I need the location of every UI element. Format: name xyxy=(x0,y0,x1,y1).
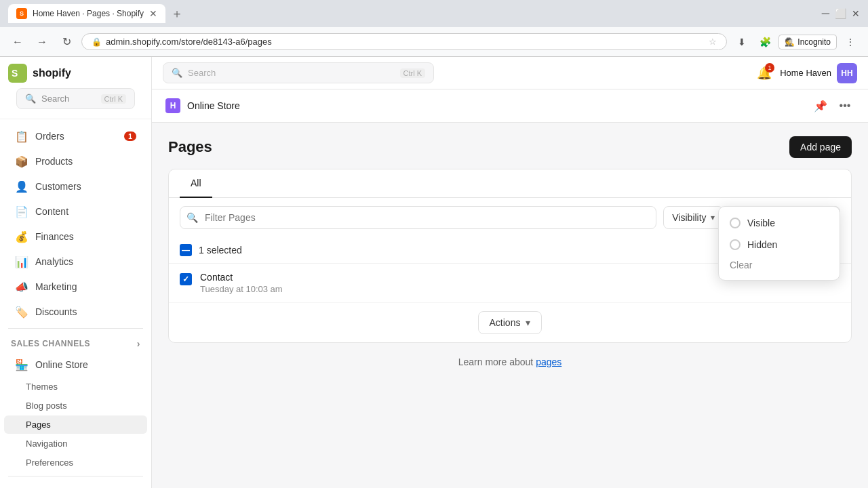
new-tab-button[interactable]: ＋ xyxy=(171,5,183,22)
lock-icon: 🔒 xyxy=(92,37,102,47)
add-page-button[interactable]: Add page xyxy=(789,136,852,158)
sidebar-sub-preferences[interactable]: Preferences xyxy=(4,453,147,472)
incognito-label: Incognito xyxy=(797,37,831,47)
filter-input-wrap: 🔍 xyxy=(180,206,656,229)
sidebar-item-products[interactable]: 📦 Products xyxy=(4,149,147,174)
content-label: Content xyxy=(35,206,68,217)
sidebar-search[interactable]: 🔍 Search Ctrl K xyxy=(16,88,135,109)
row-checkbox[interactable]: ✓ xyxy=(180,273,192,285)
sidebar-sub-blog-posts[interactable]: Blog posts xyxy=(4,396,147,415)
radio-hidden[interactable] xyxy=(730,239,741,250)
sidebar-item-point-of-sale[interactable]: 🖥 Point of Sale xyxy=(4,481,147,488)
row-checkmark-icon: ✓ xyxy=(182,274,189,284)
navigation-label: Navigation xyxy=(26,439,67,449)
tab-all[interactable]: All xyxy=(180,169,212,198)
visible-label: Visible xyxy=(747,218,775,228)
pages-label: Pages xyxy=(26,420,51,430)
discounts-label: Discounts xyxy=(35,306,77,317)
sidebar-sub-themes[interactable]: Themes xyxy=(4,378,147,396)
sidebar-item-analytics[interactable]: 📊 Analytics xyxy=(4,249,147,274)
user-initials: HH xyxy=(841,68,852,78)
refresh-button[interactable]: ↻ xyxy=(57,33,76,52)
close-window-button[interactable]: ✕ xyxy=(852,8,860,19)
topbar-search-shortcut: Ctrl K xyxy=(400,68,426,78)
tabs-bar: All xyxy=(169,169,851,198)
content-card: All 🔍 Visibility ▾ ✓ xyxy=(168,169,852,343)
select-all-checkbox[interactable]: — xyxy=(180,244,192,256)
customers-label: Customers xyxy=(35,181,81,192)
notifications-button[interactable]: 🔔 1 xyxy=(757,66,772,81)
sidebar-item-customers[interactable]: 👤 Customers xyxy=(4,174,147,199)
learn-more-text: Learn more about xyxy=(458,357,536,367)
filter-row: 🔍 Visibility ▾ ✓ Saved ⇅ xyxy=(169,198,851,237)
selected-count-text: 1 selected xyxy=(199,245,242,256)
back-button[interactable]: ← xyxy=(8,33,27,52)
store-name-text: Home Haven xyxy=(780,68,831,78)
incognito-button[interactable]: 🕵 Incognito xyxy=(778,35,837,49)
search-icon: 🔍 xyxy=(25,94,36,104)
maximize-button[interactable]: ⬜ xyxy=(835,8,846,19)
expand-icon[interactable]: › xyxy=(137,338,140,349)
user-avatar: HH xyxy=(837,63,857,83)
dropdown-option-hidden[interactable]: Hidden xyxy=(719,234,840,256)
page-title: Pages xyxy=(168,138,212,156)
sidebar-sub-navigation[interactable]: Navigation xyxy=(4,434,147,453)
marketing-icon: 📣 xyxy=(15,280,28,293)
analytics-icon: 📊 xyxy=(15,255,28,268)
shopify-logo-icon: S xyxy=(8,64,27,83)
visibility-label: Visibility xyxy=(672,212,706,223)
minimize-button[interactable]: ─ xyxy=(822,7,829,20)
chevron-down-icon: ▾ xyxy=(711,213,715,222)
online-store-label: Online Store xyxy=(35,359,88,370)
tab-close-icon[interactable]: ✕ xyxy=(149,8,157,19)
dropdown-clear-button[interactable]: Clear xyxy=(719,256,840,274)
browser-tab[interactable]: S Home Haven · Pages · Shopify ✕ xyxy=(8,4,165,23)
store-header-name: Online Store xyxy=(187,100,240,111)
actions-label: Actions xyxy=(490,317,521,328)
filter-search-icon: 🔍 xyxy=(186,212,198,223)
filter-input[interactable] xyxy=(180,206,656,229)
content-icon: 📄 xyxy=(15,205,28,218)
more-options-store-icon[interactable]: ••• xyxy=(835,96,854,115)
address-text: admin.shopify.com/store/de8143-a6/pages xyxy=(106,37,705,47)
download-icon[interactable]: ⬇ xyxy=(732,33,751,52)
radio-visible[interactable] xyxy=(730,218,741,228)
sidebar-item-finances[interactable]: 💰 Finances xyxy=(4,224,147,249)
store-favicon: H xyxy=(165,98,180,113)
extensions-icon[interactable]: 🧩 xyxy=(755,33,774,52)
incognito-icon: 🕵 xyxy=(785,37,795,47)
marketing-label: Marketing xyxy=(35,281,77,292)
orders-icon: 📋 xyxy=(15,129,28,143)
actions-button[interactable]: Actions ▾ xyxy=(478,311,542,334)
address-bar[interactable]: 🔒 admin.shopify.com/store/de8143-a6/page… xyxy=(81,33,727,50)
sidebar-item-content[interactable]: 📄 Content xyxy=(4,199,147,224)
sidebar-item-online-store[interactable]: 🏪 Online Store xyxy=(4,352,147,377)
finances-icon: 💰 xyxy=(15,230,28,243)
notification-badge: 1 xyxy=(765,63,774,73)
hidden-label: Hidden xyxy=(747,239,777,250)
pin-icon[interactable]: 📌 xyxy=(811,96,830,115)
finances-label: Finances xyxy=(35,231,74,242)
tab-title: Home Haven · Pages · Shopify xyxy=(33,9,144,18)
blog-posts-label: Blog posts xyxy=(26,401,67,411)
preferences-label: Preferences xyxy=(26,458,73,468)
bookmark-icon[interactable]: ☆ xyxy=(709,37,717,47)
topbar-search[interactable]: 🔍 Search Ctrl K xyxy=(163,62,434,83)
sidebar-item-discounts[interactable]: 🏷️ Discounts xyxy=(4,300,147,324)
main-scroll-area: Pages Add page All 🔍 xyxy=(152,123,868,488)
search-shortcut: Ctrl K xyxy=(101,94,127,104)
sidebar-sub-pages[interactable]: Pages xyxy=(4,415,147,434)
checkmark-icon: — xyxy=(182,245,190,255)
learn-more-link[interactable]: pages xyxy=(536,357,561,367)
actions-chevron-icon: ▾ xyxy=(526,317,530,328)
sidebar-item-marketing[interactable]: 📣 Marketing xyxy=(4,274,147,299)
user-menu-button[interactable]: Home Haven HH xyxy=(780,63,857,83)
topbar-search-placeholder: Search xyxy=(188,68,216,78)
forward-button[interactable]: → xyxy=(33,33,52,52)
store-initial: H xyxy=(170,101,176,110)
visibility-filter-button[interactable]: Visibility ▾ xyxy=(663,206,723,229)
sidebar-item-orders[interactable]: 📋 Orders 1 xyxy=(4,124,147,148)
dropdown-option-visible[interactable]: Visible xyxy=(719,212,840,234)
page-date: Tuesday at 10:03 am xyxy=(200,284,840,294)
more-options-icon[interactable]: ⋮ xyxy=(841,33,860,52)
